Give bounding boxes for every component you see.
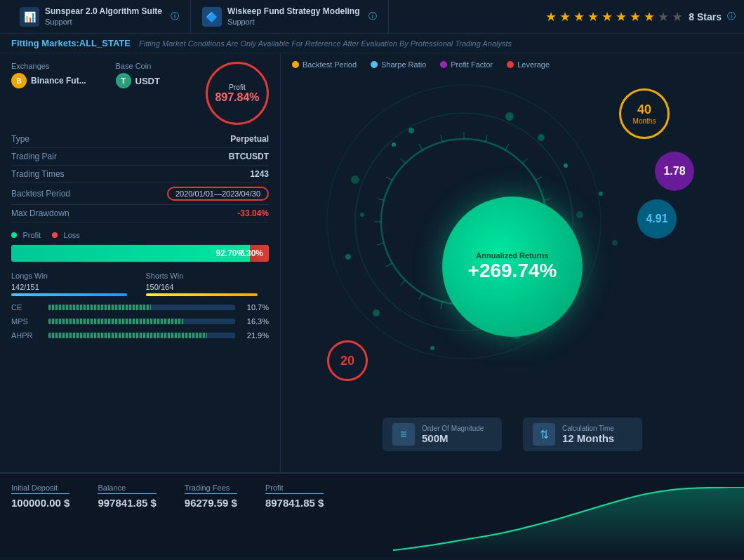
binance-icon: B xyxy=(11,73,27,88)
legend-leverage: Leverage xyxy=(507,60,550,69)
bottom-profit-value: 897841.85 $ xyxy=(265,497,324,509)
months-label: Months xyxy=(633,117,656,125)
star-4: ★ xyxy=(587,9,599,25)
svg-point-36 xyxy=(351,175,359,184)
stat-initial-deposit: Initial Deposit 100000.00 $ xyxy=(11,484,69,509)
shorts-win-col: Shorts Win 150/164 xyxy=(146,272,270,296)
backtest-dot xyxy=(292,61,299,68)
tab-sunspear[interactable]: 📊 Sunspear 2.0 Algorithm Suite Support ⓘ xyxy=(8,0,191,33)
right-panel: Backtest Period Sharpe Ratio Profit Fact… xyxy=(281,53,744,472)
calc-time-label: Calculation Time xyxy=(562,425,614,432)
backtest-period-row: Backtest Period 2020/01/01—2023/04/30 xyxy=(11,183,269,205)
legend-profit-factor: Profit Factor xyxy=(440,60,493,69)
svg-line-8 xyxy=(544,199,551,201)
metric-mps-fill xyxy=(48,319,183,324)
tab-wiskeep-title: Wiskeep Fund Strategy Modeling xyxy=(227,6,360,18)
svg-line-20 xyxy=(377,244,384,246)
legend-row: Backtest Period Sharpe Ratio Profit Fact… xyxy=(292,60,733,69)
months-bubble: 40 Months xyxy=(619,88,670,139)
svg-point-27 xyxy=(408,128,414,133)
chart-area-fill xyxy=(393,487,744,557)
trading-fees-label: Trading Fees xyxy=(185,484,237,494)
tab1-info-icon[interactable]: ⓘ xyxy=(171,11,179,22)
bottom-info-row: ≡ Order Of Magnitude 500M ⇅ Calculation … xyxy=(292,418,733,451)
tab2-info-icon[interactable]: ⓘ xyxy=(368,11,377,22)
trading-fees-value: 96279.59 $ xyxy=(185,497,237,509)
bottom-profit-label: Profit xyxy=(265,484,324,494)
fitting-markets-desc: Fitting Market Conditions Are Only Avail… xyxy=(139,39,512,48)
profit-value: 897.84% xyxy=(215,91,259,104)
svg-line-5 xyxy=(505,144,509,150)
wiskeep-icon: 🔷 xyxy=(202,7,222,27)
svg-point-41 xyxy=(360,213,364,217)
svg-point-29 xyxy=(564,164,568,168)
svg-line-7 xyxy=(536,177,542,180)
shorts-win-value: 150/164 xyxy=(146,283,270,291)
base-coin-label: Base Coin xyxy=(116,62,206,70)
calc-time-box: ⇅ Calculation Time 12 Months xyxy=(523,418,642,451)
balance-label: Balance xyxy=(98,484,156,494)
balance-value: 997841.85 $ xyxy=(98,497,156,509)
stat-profit: Profit 897841.85 $ xyxy=(265,484,324,509)
svg-line-17 xyxy=(419,293,423,300)
max-drawdown-row: Max Drawdown -33.04% xyxy=(11,205,269,222)
order-magnitude-text: Order Of Magnitude 500M xyxy=(422,425,484,444)
profit-label: Profit xyxy=(229,84,245,91)
initial-deposit-label: Initial Deposit xyxy=(11,484,69,494)
svg-line-25 xyxy=(419,144,423,150)
star-5: ★ xyxy=(602,9,613,25)
trading-times-label: Trading Times xyxy=(11,169,65,179)
metric-ahpr-fill xyxy=(48,333,207,338)
tether-icon: T xyxy=(116,73,131,88)
svg-point-38 xyxy=(538,134,545,141)
calc-time-icon: ⇅ xyxy=(533,423,555,446)
svg-line-24 xyxy=(400,158,405,163)
trading-pair-label: Trading Pair xyxy=(11,152,57,161)
exchanges-label: Exchanges xyxy=(11,62,102,70)
calc-time-text: Calculation Time 12 Months xyxy=(562,425,614,444)
star-10: ★ xyxy=(672,9,683,25)
stat-balance: Balance 997841.85 $ xyxy=(98,484,156,509)
tab-sunspear-subtitle: Support xyxy=(45,17,162,27)
longs-win-col: Longs Win 142/151 xyxy=(11,272,135,296)
backtest-legend-label: Backtest Period xyxy=(303,60,357,69)
bottom-stats: Initial Deposit 100000.00 $ Balance 9978… xyxy=(11,484,324,509)
subtitle-bar: Fitting Markets:ALL_STATE Fitting Market… xyxy=(0,34,744,53)
profit-factor-legend-label: Profit Factor xyxy=(451,60,493,69)
loss-legend-label: Loss xyxy=(64,231,80,239)
svg-line-19 xyxy=(386,263,392,267)
svg-point-28 xyxy=(505,112,514,121)
svg-line-18 xyxy=(400,280,405,285)
annualized-label: Annualized Returns xyxy=(476,251,548,260)
stars-info-icon[interactable]: ⓘ xyxy=(727,11,736,22)
sharpe-bubble: 1.78 xyxy=(655,152,694,191)
svg-line-23 xyxy=(386,177,392,180)
type-value: Perpetual xyxy=(230,134,269,144)
stars-label: 8 Stars xyxy=(689,11,722,22)
metric-ahpr-bar xyxy=(48,333,235,338)
backtest-period-label: Backtest Period xyxy=(11,189,70,199)
metric-ce: CE 10.7% xyxy=(11,300,269,314)
initial-deposit-value: 100000.00 $ xyxy=(11,497,69,509)
metrics-section: CE 10.7% MPS 16.3% AHPR 21.9% xyxy=(11,300,269,342)
loss-dot xyxy=(52,232,58,238)
exchange-row: B Binance Fut... xyxy=(11,73,102,88)
longs-win-value: 142/151 xyxy=(11,283,135,291)
metric-ahpr-value: 21.9% xyxy=(241,331,269,340)
tab-wiskeep[interactable]: 🔷 Wiskeep Fund Strategy Modeling Support… xyxy=(191,0,389,33)
svg-point-33 xyxy=(430,346,434,350)
stars-section: ★ ★ ★ ★ ★ ★ ★ ★ ★ ★ 8 Stars ⓘ xyxy=(545,9,736,25)
metric-ce-label: CE xyxy=(11,303,43,312)
center-circle: Annualized Returns +269.74% xyxy=(442,196,583,337)
profit-legend: Profit xyxy=(11,228,41,241)
stat-trading-fees: Trading Fees 96279.59 $ xyxy=(185,484,237,509)
calc-time-value: 12 Months xyxy=(562,432,614,444)
star-2: ★ xyxy=(559,9,571,25)
profit-circle-section: Profit 897.84% xyxy=(206,62,269,125)
order-magnitude-box: ≡ Order Of Magnitude 500M xyxy=(383,418,502,451)
legend-sharpe: Sharpe Ratio xyxy=(371,60,426,69)
star-8: ★ xyxy=(644,9,655,25)
trading-pair-value: BTCUSDT xyxy=(229,152,269,161)
trading-times-value: 1243 xyxy=(250,169,269,179)
star-3: ★ xyxy=(573,9,585,25)
